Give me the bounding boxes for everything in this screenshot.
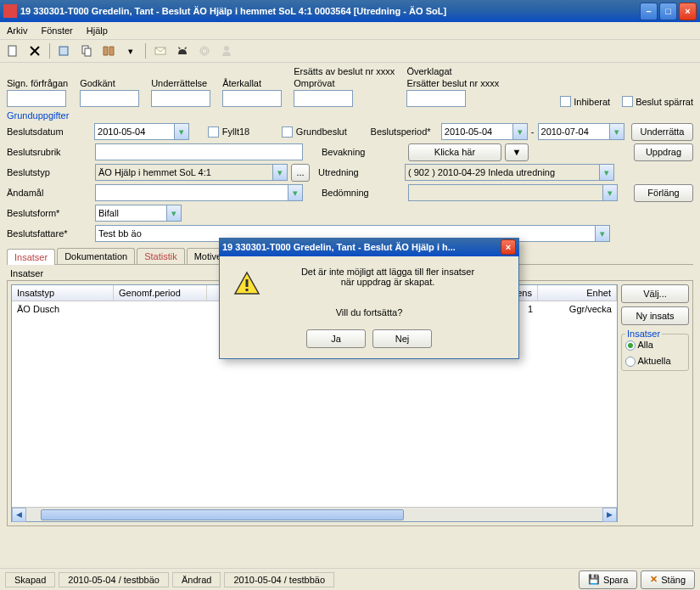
- cat-icon[interactable]: [173, 42, 192, 60]
- svg-rect-8: [246, 279, 249, 287]
- utredning-input[interactable]: [405, 164, 600, 181]
- maximize-button[interactable]: □: [659, 3, 677, 20]
- label-bevakning: Bevakning: [322, 147, 389, 157]
- svg-point-6: [202, 48, 207, 53]
- copy-icon[interactable]: [77, 42, 96, 60]
- aterkallat-input[interactable]: [222, 90, 282, 107]
- warning-icon: [233, 270, 260, 297]
- beslutsrubrik-input[interactable]: [95, 143, 303, 160]
- chevron-down-icon[interactable]: ▾: [288, 184, 303, 201]
- label-beslutsdatum: Beslutsdatum: [7, 126, 91, 137]
- dialog-title: 19 330301-T000 Gredelin, Tant - Beslut Ä…: [222, 242, 501, 252]
- insatser-filter-group: Insatser Alla Aktuella: [621, 334, 689, 371]
- dropdown-icon[interactable]: ▾: [121, 42, 140, 60]
- dialog-line2: när uppdrag är skapat.: [230, 277, 508, 287]
- chevron-down-icon[interactable]: ▾: [175, 123, 189, 140]
- horizontal-scrollbar[interactable]: ◀ ▶: [12, 507, 617, 521]
- nej-button[interactable]: Nej: [372, 329, 432, 348]
- beslutstyp-browse-button[interactable]: ...: [291, 164, 310, 182]
- chevron-down-icon[interactable]: ▾: [167, 205, 182, 222]
- label-beslutsform: Beslutsform*: [7, 208, 92, 218]
- label-aterkallat: Återkallat: [222, 78, 282, 88]
- person-icon[interactable]: [217, 42, 236, 60]
- beslutsperiod-from-input[interactable]: [441, 123, 513, 140]
- label-aktuella: Aktuella: [637, 356, 670, 366]
- bevakning-button[interactable]: Klicka här: [408, 143, 501, 161]
- beslutsform-input[interactable]: [95, 205, 167, 222]
- dialog-close-button[interactable]: ×: [501, 239, 516, 255]
- chevron-down-icon[interactable]: ▾: [600, 164, 614, 181]
- th-genomf[interactable]: Genomf.period: [114, 285, 207, 301]
- tab-dokumentation[interactable]: Dokumentation: [57, 248, 135, 264]
- beslutstyp-input[interactable]: [95, 164, 273, 181]
- sign-forfragan-input[interactable]: [7, 90, 66, 107]
- new-icon[interactable]: [3, 42, 22, 60]
- delete-icon[interactable]: [25, 42, 44, 60]
- bevakning-dropdown-button[interactable]: ▼: [505, 143, 529, 161]
- grundbeslut-checkbox[interactable]: [282, 126, 293, 138]
- toolbar: ▾: [0, 40, 700, 63]
- radio-alla[interactable]: [625, 340, 636, 351]
- radio-aktuella[interactable]: [625, 357, 636, 367]
- save-icon: 💾: [588, 574, 600, 585]
- scroll-thumb[interactable]: [41, 509, 404, 520]
- label-andamal: Ändamål: [7, 188, 92, 198]
- close-icon: ✕: [650, 574, 658, 585]
- dialog-line3: Vill du fortsätta?: [230, 307, 508, 317]
- close-button[interactable]: ×: [679, 3, 697, 20]
- label-beslutstyp: Beslutstyp: [7, 167, 92, 177]
- underratta-button[interactable]: Underrätta: [631, 123, 694, 141]
- th-insatstyp[interactable]: Insatstyp: [12, 285, 114, 301]
- mail-icon[interactable]: [151, 42, 170, 60]
- tab-insatser[interactable]: Insatser: [7, 249, 55, 265]
- omprovat-input[interactable]: [294, 90, 353, 107]
- chevron-down-icon[interactable]: ▾: [513, 123, 528, 140]
- scroll-left-icon[interactable]: ◀: [12, 508, 26, 522]
- label-godkant: Godkänt: [80, 78, 139, 88]
- svg-rect-9: [246, 289, 249, 291]
- chevron-down-icon[interactable]: ▾: [596, 225, 610, 242]
- andamal-input[interactable]: [95, 184, 288, 201]
- label-beslut-sparrat: Beslut spärrat: [636, 97, 693, 107]
- chevron-down-icon[interactable]: ▾: [610, 123, 624, 140]
- window-titlebar: 19 330301-T000 Gredelin, Tant - Beslut Ä…: [0, 0, 700, 22]
- bedomning-input[interactable]: [408, 184, 603, 201]
- fyllt18-checkbox[interactable]: [208, 126, 219, 138]
- spara-button[interactable]: 💾Spara: [579, 570, 637, 589]
- preview-icon[interactable]: [55, 42, 74, 60]
- fingerprint-icon[interactable]: [195, 42, 214, 60]
- valj-button[interactable]: Välj...: [621, 284, 689, 303]
- forlang-button[interactable]: Förläng: [634, 184, 693, 202]
- menu-fonster[interactable]: Fönster: [41, 25, 72, 36]
- stang-button[interactable]: ✕Stäng: [641, 570, 695, 589]
- th-enhet[interactable]: Enhet: [538, 285, 617, 301]
- label-beslutsfattare: Beslutsfattare*: [7, 228, 92, 239]
- app-icon: [3, 4, 17, 18]
- uppdrag-button[interactable]: Uppdrag: [634, 143, 693, 161]
- beslut-sparrat-checkbox[interactable]: [622, 96, 633, 107]
- separator: [145, 43, 146, 59]
- menu-hjalp[interactable]: Hjälp: [87, 25, 108, 36]
- book-icon[interactable]: [99, 42, 118, 60]
- beslutsperiod-to-input[interactable]: [538, 123, 610, 140]
- tab-statistik[interactable]: Statistik: [137, 248, 185, 264]
- menu-arkiv[interactable]: Arkiv: [7, 25, 27, 36]
- beslutsdatum-input[interactable]: [94, 123, 175, 140]
- chevron-down-icon[interactable]: ▾: [273, 164, 288, 181]
- scroll-right-icon[interactable]: ▶: [602, 508, 617, 522]
- minimize-button[interactable]: –: [640, 3, 658, 20]
- status-skapad-value: 2010-05-04 / testbbäo: [59, 572, 169, 587]
- label-fyllt18: Fyllt18: [222, 126, 249, 137]
- label-ersatts-av: Ersätts av beslut nr xxxx: [294, 66, 395, 76]
- label-ersatter: Ersätter beslut nr xxxx: [406, 78, 499, 88]
- inhiberat-checkbox[interactable]: [560, 96, 571, 107]
- underrattelse-input[interactable]: [151, 90, 210, 107]
- ny-insats-button[interactable]: Ny insats: [621, 306, 689, 325]
- chevron-down-icon[interactable]: ▾: [603, 184, 618, 201]
- svg-rect-3: [85, 48, 91, 56]
- ja-button[interactable]: Ja: [306, 329, 366, 348]
- overklagat-input[interactable]: [406, 90, 466, 107]
- separator: [49, 43, 50, 59]
- godkant-input[interactable]: [80, 90, 139, 107]
- label-inhiberat: Inhiberat: [574, 97, 610, 107]
